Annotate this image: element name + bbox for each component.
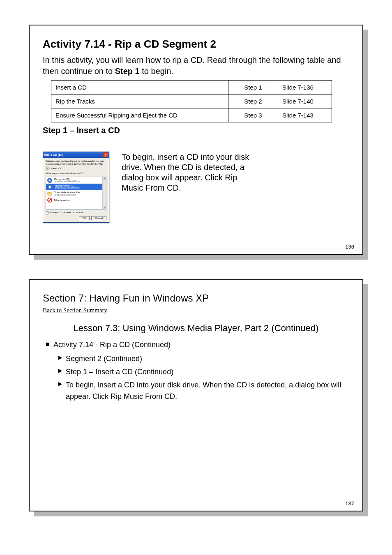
always-checkbox-row[interactable]: Always do the selected action [46, 211, 106, 214]
option-label: Take no action [54, 199, 70, 202]
step-caption: To begin, insert a CD into your disk dri… [122, 152, 249, 193]
table-cell-slide: Slide 7-140 [278, 94, 332, 108]
page-number: 137 [345, 500, 354, 507]
slide-segment: Segment 2 [162, 38, 216, 50]
step-heading-text: Step 1 – Insert a CD [43, 126, 120, 135]
table-cell-text: Rip the Tracks [51, 94, 228, 108]
option-sub: using Windows Media Player [54, 180, 80, 183]
music-cd-icon [46, 166, 50, 170]
scroll-down-icon[interactable]: ▼ [103, 206, 106, 209]
always-checkbox[interactable] [46, 211, 49, 214]
caption-line: Music From CD. [122, 183, 249, 193]
page-number: 136 [345, 244, 354, 250]
steps-table: Insert a CD Step 1 Slide 7-136 Rip the T… [51, 80, 332, 122]
option-play-cd[interactable]: Play audio CDusing Windows Media Player [46, 177, 106, 184]
dialog-cd-label: Music CD [51, 167, 62, 170]
list-item: Segment 2 (Continued) [58, 353, 349, 365]
intro-step-link: Step 1 [115, 67, 140, 76]
back-link[interactable]: Back to Section Summary [43, 307, 107, 314]
rip-icon [47, 184, 52, 189]
scrollbar[interactable]: ▲ ▼ [102, 177, 106, 209]
play-icon [47, 178, 52, 183]
svg-line-7 [48, 199, 51, 201]
table-row: Insert a CD Step 1 Slide 7-136 [51, 81, 332, 94]
svg-point-1 [47, 168, 48, 169]
dialog-intro-text: Windows can perform the same action each… [46, 160, 106, 165]
list-item: To begin, insert a CD into your disk dri… [58, 380, 349, 403]
bullet-list: Activity 7.14 - Rip a CD (Continued) Seg… [43, 339, 349, 402]
table-row: Ensure Successful Ripping and Eject the … [51, 108, 332, 122]
table-cell-step: Step 1 [228, 81, 278, 94]
table-cell-text: Ensure Successful Ripping and Eject the … [51, 108, 228, 122]
svg-rect-5 [49, 186, 51, 188]
dialog-title: Audio CD (E:) [44, 153, 63, 157]
slide-1: Activity 7.14 - Rip a CD Segment 2 In th… [29, 25, 363, 255]
caption-line: drive. When the CD is detected, a [122, 163, 249, 172]
lesson-subtitle: Lesson 7.3: Using Windows Media Player, … [43, 323, 349, 334]
dialog-titlebar: Audio CD (E:) × [43, 152, 109, 158]
option-sub: using Windows Media Player [54, 187, 80, 189]
list-item: Step 1 – Insert a CD (Continued) [58, 366, 349, 378]
option-no-action[interactable]: Take no action [46, 197, 106, 203]
ok-button[interactable]: OK [79, 216, 90, 220]
slide-content: Section 7: Having Fun in Windows XP Back… [29, 279, 363, 511]
dialog-body: Windows can perform the same action each… [43, 158, 109, 222]
intro-suffix: to begin. [142, 67, 173, 76]
table-cell-step: Step 3 [228, 108, 278, 122]
dialog-area: Audio CD (E:) × Windows can perform the … [43, 152, 349, 223]
option-sub: using Windows Explorer [54, 194, 80, 196]
folder-icon [47, 191, 52, 196]
dialog-question: What do you want Windows to do? [46, 172, 106, 175]
caption-line: To begin, insert a CD into your disk [122, 152, 249, 162]
option-open-folder[interactable]: Open folder to view filesusing Windows E… [46, 190, 106, 197]
list-item: Activity 7.14 - Rip a CD (Continued) [46, 339, 349, 351]
scroll-up-icon[interactable]: ▲ [103, 177, 106, 180]
table-row: Rip the Tracks Step 2 Slide 7-140 [51, 94, 332, 108]
caption-line: dialog box will appear. Click Rip [122, 173, 249, 182]
intro-text: In this activity, you will learn how to … [43, 55, 349, 77]
option-rip-cd[interactable]: Rip music from CDusing Windows Media Pla… [46, 184, 106, 190]
always-label: Always do the selected action [50, 211, 83, 214]
intro-prefix: In this activity, you will learn how to … [43, 55, 341, 76]
slide-2: Section 7: Having Fun in Windows XP Back… [29, 279, 363, 511]
table-cell-step: Step 2 [228, 94, 278, 108]
no-action-icon [47, 198, 52, 203]
slide-content: Activity 7.14 - Rip a CD Segment 2 In th… [29, 25, 363, 255]
table-cell-text: Insert a CD [51, 81, 228, 94]
table-cell-slide: Slide 7-143 [278, 108, 332, 122]
autoplay-dialog: Audio CD (E:) × Windows can perform the … [43, 152, 109, 223]
step-heading: Step 1 – Insert a CD [43, 126, 349, 135]
slide-title: Activity 7.14 - Rip a CD [43, 38, 159, 50]
cancel-button[interactable]: Cancel [91, 216, 106, 220]
close-icon[interactable]: × [103, 152, 108, 157]
section-heading: Section 7: Having Fun in Windows XP [43, 292, 349, 304]
table-cell-slide: Slide 7-136 [278, 81, 332, 94]
option-list: Play audio CDusing Windows Media Player … [46, 177, 106, 210]
